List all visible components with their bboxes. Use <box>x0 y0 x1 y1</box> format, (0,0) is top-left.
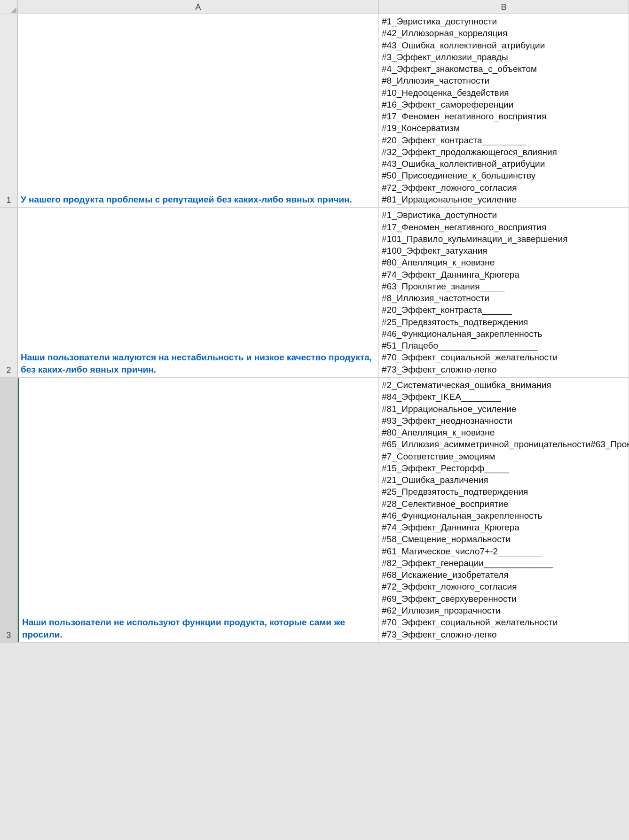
column-header-B[interactable]: B <box>379 0 629 14</box>
table-row: 3Наши пользователи не используют функции… <box>0 378 629 643</box>
table-row: 1У нашего продукта проблемы с репутацией… <box>0 14 629 208</box>
spreadsheet-viewport: A B 1У нашего продукта проблемы с репута… <box>0 0 629 643</box>
cell-B[interactable]: #1_Эвристика_доступности #42_Иллюзорная_… <box>379 14 629 207</box>
select-all-corner[interactable] <box>0 0 18 14</box>
cell-A-text: Наши пользователи не используют функции … <box>22 616 376 640</box>
row-header[interactable]: 3 <box>0 378 18 642</box>
cell-A[interactable]: Наши пользователи жалуются на нестабильн… <box>18 208 379 377</box>
select-all-triangle-icon <box>11 7 16 13</box>
column-header-row: A B <box>0 0 629 14</box>
column-header-A[interactable]: A <box>18 0 379 14</box>
cell-A-text: Наши пользователи жалуются на нестабильн… <box>21 351 376 375</box>
cell-A-text: У нашего продукта проблемы с репутацией … <box>21 194 352 205</box>
row-header[interactable]: 1 <box>0 14 18 207</box>
row-header[interactable]: 2 <box>0 208 18 377</box>
rows-container: 1У нашего продукта проблемы с репутацией… <box>0 14 629 643</box>
cell-B[interactable]: #2_Систематическая_ошибка_внимания #84_Э… <box>379 378 629 642</box>
cell-A[interactable]: Наши пользователи не используют функции … <box>18 378 379 642</box>
cell-B[interactable]: #1_Эвристика_доступности #17_Феномен_нег… <box>379 208 629 377</box>
cell-A[interactable]: У нашего продукта проблемы с репутацией … <box>18 14 379 207</box>
table-row: 2Наши пользователи жалуются на нестабиль… <box>0 208 629 378</box>
